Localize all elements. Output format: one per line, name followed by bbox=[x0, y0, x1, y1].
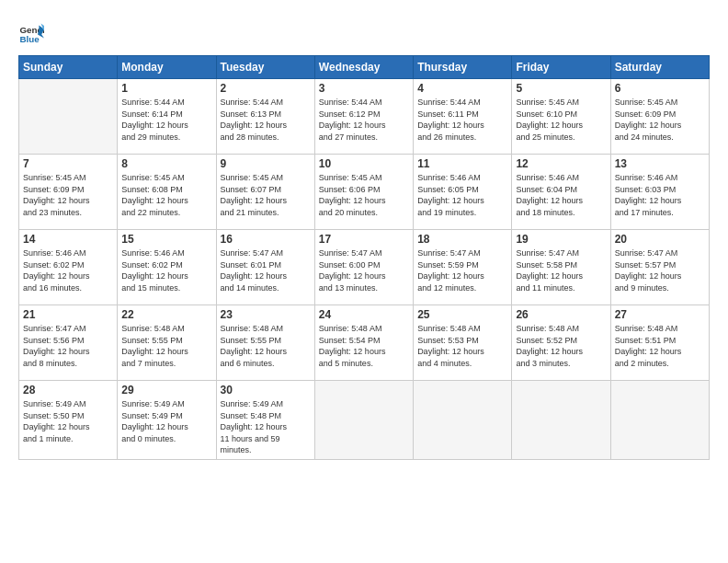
calendar-cell: 30 Sunrise: 5:49 AMSunset: 5:48 PMDaylig… bbox=[216, 381, 314, 460]
cell-info: Sunrise: 5:45 AMSunset: 6:08 PMDaylight:… bbox=[121, 172, 211, 218]
cell-info: Sunrise: 5:45 AMSunset: 6:06 PMDaylight:… bbox=[319, 172, 409, 218]
calendar-cell: 27 Sunrise: 5:48 AMSunset: 5:51 PMDaylig… bbox=[610, 305, 709, 381]
day-number: 16 bbox=[221, 233, 311, 246]
calendar-cell: 3 Sunrise: 5:44 AMSunset: 6:12 PMDayligh… bbox=[314, 79, 413, 155]
calendar-cell: 25 Sunrise: 5:48 AMSunset: 5:53 PMDaylig… bbox=[414, 305, 512, 381]
weekday-header-thursday: Thursday bbox=[414, 56, 512, 79]
cell-info: Sunrise: 5:45 AMSunset: 6:10 PMDaylight:… bbox=[516, 97, 606, 143]
day-number: 5 bbox=[516, 82, 606, 95]
day-number: 7 bbox=[23, 157, 113, 170]
day-number: 4 bbox=[417, 82, 507, 95]
calendar-cell: 28 Sunrise: 5:49 AMSunset: 5:50 PMDaylig… bbox=[19, 381, 118, 460]
week-row-4: 21 Sunrise: 5:47 AMSunset: 5:56 PMDaylig… bbox=[19, 305, 710, 381]
calendar-cell: 12 Sunrise: 5:46 AMSunset: 6:04 PMDaylig… bbox=[512, 155, 610, 230]
cell-info: Sunrise: 5:45 AMSunset: 6:09 PMDaylight:… bbox=[615, 97, 705, 143]
calendar-cell: 29 Sunrise: 5:49 AMSunset: 5:49 PMDaylig… bbox=[118, 381, 216, 460]
cell-info: Sunrise: 5:47 AMSunset: 5:58 PMDaylight:… bbox=[516, 247, 606, 293]
cell-info: Sunrise: 5:47 AMSunset: 6:00 PMDaylight:… bbox=[319, 247, 409, 293]
cell-info: Sunrise: 5:47 AMSunset: 6:01 PMDaylight:… bbox=[221, 247, 311, 293]
day-number: 2 bbox=[221, 82, 311, 95]
weekday-header-wednesday: Wednesday bbox=[314, 56, 413, 79]
day-number: 17 bbox=[319, 233, 409, 246]
day-number: 6 bbox=[615, 82, 705, 95]
day-number: 22 bbox=[121, 308, 211, 321]
cell-info: Sunrise: 5:47 AMSunset: 5:57 PMDaylight:… bbox=[615, 247, 705, 293]
calendar-table: SundayMondayTuesdayWednesdayThursdayFrid… bbox=[18, 55, 710, 460]
calendar-cell: 26 Sunrise: 5:48 AMSunset: 5:52 PMDaylig… bbox=[512, 305, 610, 381]
calendar-cell: 2 Sunrise: 5:44 AMSunset: 6:13 PMDayligh… bbox=[216, 79, 314, 155]
calendar-cell: 4 Sunrise: 5:44 AMSunset: 6:11 PMDayligh… bbox=[414, 79, 512, 155]
cell-info: Sunrise: 5:46 AMSunset: 6:02 PMDaylight:… bbox=[23, 247, 113, 293]
day-number: 25 bbox=[417, 308, 507, 321]
logo-icon: General Blue bbox=[18, 20, 44, 46]
cell-info: Sunrise: 5:45 AMSunset: 6:07 PMDaylight:… bbox=[221, 172, 311, 218]
cell-info: Sunrise: 5:44 AMSunset: 6:13 PMDaylight:… bbox=[221, 97, 311, 143]
cell-info: Sunrise: 5:48 AMSunset: 5:51 PMDaylight:… bbox=[615, 323, 705, 369]
day-number: 21 bbox=[23, 308, 113, 321]
calendar-cell: 17 Sunrise: 5:47 AMSunset: 6:00 PMDaylig… bbox=[314, 230, 413, 305]
calendar-cell: 18 Sunrise: 5:47 AMSunset: 5:59 PMDaylig… bbox=[414, 230, 512, 305]
day-number: 15 bbox=[121, 233, 211, 246]
calendar-cell: 11 Sunrise: 5:46 AMSunset: 6:05 PMDaylig… bbox=[414, 155, 512, 230]
weekday-header-monday: Monday bbox=[118, 56, 216, 79]
calendar-cell: 8 Sunrise: 5:45 AMSunset: 6:08 PMDayligh… bbox=[118, 155, 216, 230]
weekday-header-tuesday: Tuesday bbox=[216, 56, 314, 79]
day-number: 28 bbox=[23, 384, 113, 396]
cell-info: Sunrise: 5:45 AMSunset: 6:09 PMDaylight:… bbox=[23, 172, 113, 218]
cell-info: Sunrise: 5:46 AMSunset: 6:02 PMDaylight:… bbox=[121, 247, 211, 293]
calendar-cell: 7 Sunrise: 5:45 AMSunset: 6:09 PMDayligh… bbox=[19, 155, 118, 230]
weekday-header-row: SundayMondayTuesdayWednesdayThursdayFrid… bbox=[19, 56, 710, 79]
calendar-cell: 14 Sunrise: 5:46 AMSunset: 6:02 PMDaylig… bbox=[19, 230, 118, 305]
calendar-cell bbox=[19, 79, 118, 155]
week-row-2: 7 Sunrise: 5:45 AMSunset: 6:09 PMDayligh… bbox=[19, 155, 710, 230]
cell-info: Sunrise: 5:48 AMSunset: 5:53 PMDaylight:… bbox=[417, 323, 507, 369]
day-number: 29 bbox=[121, 384, 211, 396]
day-number: 1 bbox=[121, 82, 211, 95]
day-number: 9 bbox=[221, 157, 311, 170]
day-number: 27 bbox=[615, 308, 705, 321]
day-number: 13 bbox=[615, 157, 705, 170]
calendar-cell bbox=[314, 381, 413, 460]
cell-info: Sunrise: 5:44 AMSunset: 6:11 PMDaylight:… bbox=[417, 97, 507, 143]
calendar-cell: 15 Sunrise: 5:46 AMSunset: 6:02 PMDaylig… bbox=[118, 230, 216, 305]
cell-info: Sunrise: 5:44 AMSunset: 6:14 PMDaylight:… bbox=[121, 97, 211, 143]
day-number: 14 bbox=[23, 233, 113, 246]
cell-info: Sunrise: 5:48 AMSunset: 5:55 PMDaylight:… bbox=[221, 323, 311, 369]
cell-info: Sunrise: 5:46 AMSunset: 6:04 PMDaylight:… bbox=[516, 172, 606, 218]
cell-info: Sunrise: 5:46 AMSunset: 6:05 PMDaylight:… bbox=[417, 172, 507, 218]
calendar-cell: 24 Sunrise: 5:48 AMSunset: 5:54 PMDaylig… bbox=[314, 305, 413, 381]
calendar-cell: 10 Sunrise: 5:45 AMSunset: 6:06 PMDaylig… bbox=[314, 155, 413, 230]
calendar-cell: 23 Sunrise: 5:48 AMSunset: 5:55 PMDaylig… bbox=[216, 305, 314, 381]
cell-info: Sunrise: 5:48 AMSunset: 5:52 PMDaylight:… bbox=[516, 323, 606, 369]
calendar-cell: 13 Sunrise: 5:46 AMSunset: 6:03 PMDaylig… bbox=[610, 155, 709, 230]
cell-info: Sunrise: 5:44 AMSunset: 6:12 PMDaylight:… bbox=[319, 97, 409, 143]
calendar-cell bbox=[512, 381, 610, 460]
cell-info: Sunrise: 5:47 AMSunset: 5:59 PMDaylight:… bbox=[417, 247, 507, 293]
day-number: 30 bbox=[221, 384, 311, 396]
day-number: 18 bbox=[417, 233, 507, 246]
calendar-cell: 20 Sunrise: 5:47 AMSunset: 5:57 PMDaylig… bbox=[610, 230, 709, 305]
cell-info: Sunrise: 5:49 AMSunset: 5:48 PMDaylight:… bbox=[221, 398, 311, 456]
calendar-cell: 19 Sunrise: 5:47 AMSunset: 5:58 PMDaylig… bbox=[512, 230, 610, 305]
week-row-5: 28 Sunrise: 5:49 AMSunset: 5:50 PMDaylig… bbox=[19, 381, 710, 460]
calendar-cell: 16 Sunrise: 5:47 AMSunset: 6:01 PMDaylig… bbox=[216, 230, 314, 305]
day-number: 26 bbox=[516, 308, 606, 321]
calendar-cell: 21 Sunrise: 5:47 AMSunset: 5:56 PMDaylig… bbox=[19, 305, 118, 381]
week-row-1: 1 Sunrise: 5:44 AMSunset: 6:14 PMDayligh… bbox=[19, 79, 710, 155]
cell-info: Sunrise: 5:48 AMSunset: 5:54 PMDaylight:… bbox=[319, 323, 409, 369]
cell-info: Sunrise: 5:48 AMSunset: 5:55 PMDaylight:… bbox=[121, 323, 211, 369]
week-row-3: 14 Sunrise: 5:46 AMSunset: 6:02 PMDaylig… bbox=[19, 230, 710, 305]
calendar-cell bbox=[610, 381, 709, 460]
day-number: 23 bbox=[221, 308, 311, 321]
logo: General Blue bbox=[18, 20, 46, 46]
day-number: 10 bbox=[319, 157, 409, 170]
calendar-cell: 5 Sunrise: 5:45 AMSunset: 6:10 PMDayligh… bbox=[512, 79, 610, 155]
header: General Blue bbox=[18, 17, 710, 46]
day-number: 3 bbox=[319, 82, 409, 95]
weekday-header-friday: Friday bbox=[512, 56, 610, 79]
calendar-cell: 9 Sunrise: 5:45 AMSunset: 6:07 PMDayligh… bbox=[216, 155, 314, 230]
cell-info: Sunrise: 5:46 AMSunset: 6:03 PMDaylight:… bbox=[615, 172, 705, 218]
day-number: 19 bbox=[516, 233, 606, 246]
weekday-header-sunday: Sunday bbox=[19, 56, 118, 79]
calendar-cell: 6 Sunrise: 5:45 AMSunset: 6:09 PMDayligh… bbox=[610, 79, 709, 155]
